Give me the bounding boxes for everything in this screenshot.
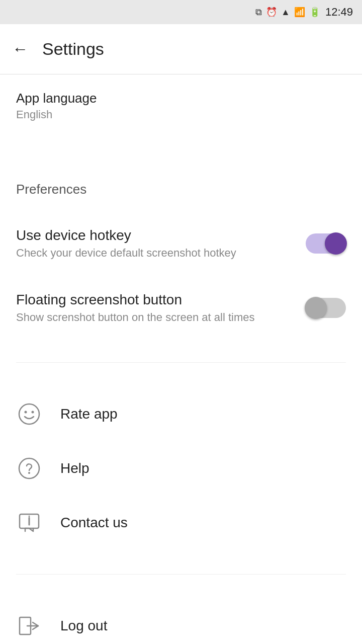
smiley-icon	[16, 401, 42, 427]
floating-btn-toggle[interactable]	[306, 298, 346, 318]
svg-point-3	[19, 458, 39, 478]
preferences-label: Preferences	[16, 182, 86, 197]
app-language-value: English	[16, 108, 346, 121]
logout-label: Log out	[60, 618, 107, 634]
status-icons: ⧉ ⏰ ▲ 📶 🔋	[255, 7, 320, 18]
question-icon	[16, 455, 42, 481]
hotkey-title: Use device hotkey	[16, 227, 306, 244]
preferences-section-header: Preferences	[0, 162, 362, 205]
app-language-title: App language	[16, 91, 346, 106]
floating-btn-title: Floating screenshot button	[16, 292, 306, 308]
battery-icon: 🔋	[309, 7, 320, 18]
rate-app-item[interactable]: Rate app	[0, 387, 362, 441]
status-time: 12:49	[325, 6, 353, 19]
status-bar: ⧉ ⏰ ▲ 📶 🔋 12:49	[0, 0, 362, 24]
logout-item[interactable]: Log out	[0, 599, 362, 644]
feedback-icon	[16, 510, 42, 536]
hotkey-toggle-row[interactable]: Use device hotkey Check your device defa…	[0, 213, 362, 274]
hotkey-toggle[interactable]	[306, 233, 346, 254]
app-bar: ← Settings	[0, 24, 362, 74]
svg-point-7	[29, 516, 30, 517]
logout-icon	[16, 613, 42, 639]
hotkey-subtitle: Check your device default screenshot hot…	[16, 247, 306, 260]
hotkey-knob	[325, 232, 347, 255]
svg-point-4	[28, 472, 30, 474]
floating-btn-subtitle: Show screnshot button on the screen at a…	[16, 311, 306, 324]
contact-us-item[interactable]: Contact us	[0, 496, 362, 550]
help-item[interactable]: Help	[0, 441, 362, 496]
rate-app-label: Rate app	[60, 406, 118, 422]
signal-icon: 📶	[294, 7, 305, 18]
floating-btn-toggle-row[interactable]: Floating screenshot button Show scrensho…	[0, 278, 362, 338]
settings-content: App language English Preferences Use dev…	[0, 74, 362, 644]
floating-btn-info: Floating screenshot button Show scrensho…	[16, 292, 306, 324]
svg-point-0	[19, 404, 39, 424]
wifi-icon: ▲	[281, 7, 290, 18]
contact-us-label: Contact us	[60, 515, 128, 531]
back-button[interactable]: ←	[12, 40, 28, 58]
copy-icon: ⧉	[255, 7, 262, 18]
svg-point-2	[32, 411, 34, 414]
page-title: Settings	[42, 39, 104, 59]
alarm-icon: ⏰	[266, 7, 277, 18]
help-label: Help	[60, 460, 89, 476]
hotkey-info: Use device hotkey Check your device defa…	[16, 227, 306, 260]
floating-btn-knob	[305, 297, 327, 319]
app-language-item[interactable]: App language English	[0, 74, 362, 137]
svg-point-1	[25, 411, 27, 414]
